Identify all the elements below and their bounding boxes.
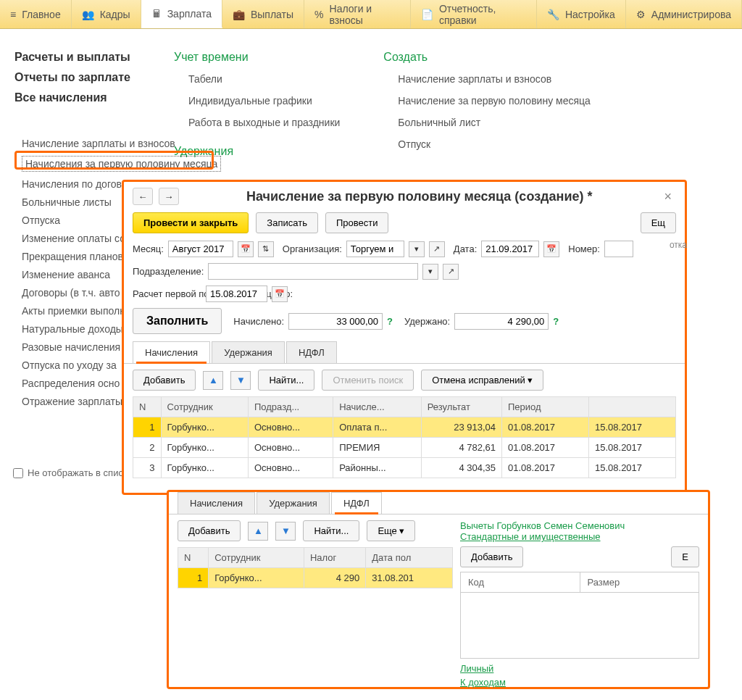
section-calc[interactable]: Расчеты и выплаты [14,51,130,64]
add-row-button[interactable]: Добавить [133,370,196,391]
menu-link[interactable]: Индивидуальные графики [188,93,340,109]
topbar-Отчетность, справки[interactable]: 📄Отчетность, справки [411,0,537,28]
number-input[interactable] [604,241,633,257]
cancel-fixes-button[interactable]: Отмена исправлений ▾ [421,370,543,391]
income-link[interactable]: К доходам [460,677,699,688]
wrench-icon: 🔧 [547,9,559,20]
move-up-button-2[interactable]: ▲ [248,522,268,541]
fill-button[interactable]: Заполнить [133,308,222,334]
topbar-Администрирова[interactable]: ⚙Администрирова [626,0,742,28]
nav-forward-button[interactable]: → [159,188,179,205]
tab-Удержания[interactable]: Удержания [212,341,285,363]
org-open-icon[interactable]: ↗ [429,241,445,257]
calc-until-input[interactable] [206,286,267,302]
col-header[interactable]: Результат [421,397,501,417]
add-row-button-2[interactable]: Добавить [178,520,241,541]
table-row[interactable]: 1Горбунко...Основно...Оплата п...23 913,… [133,417,676,438]
tab-Удержания[interactable]: Удержания [257,492,330,514]
col-header[interactable]: Подразд... [248,397,333,417]
topbar-Выплаты[interactable]: 💼Выплаты [222,0,304,28]
col-header[interactable]: Налог [304,548,365,568]
section-reports[interactable]: Отчеты по зарплате [14,71,130,84]
month-spinner[interactable]: ⇅ [258,241,274,257]
document-window: ← → Начисление за первую половину месяца… [122,180,687,495]
table-row[interactable]: 1Горбунко...4 29031.08.201 [178,568,453,588]
tab-НДФЛ[interactable]: НДФЛ [331,492,382,514]
gear-icon: ⚙ [636,9,646,20]
org-dropdown-icon[interactable]: ▾ [409,241,425,257]
topbar-Кадры[interactable]: 👥Кадры [72,0,141,28]
journal-item[interactable]: Начисления за первую половину месяца [22,156,221,172]
table-row[interactable]: 3Горбунко...Основно...Районны...4 304,35… [133,458,676,478]
save-button[interactable]: Записать [256,212,318,233]
cancel-search-button[interactable]: Отменить поиск [322,370,414,391]
standard-link[interactable]: Стандартные и имущественные [460,531,699,542]
accruals-table[interactable]: NСотрудникПодразд...Начисле...РезультатП… [133,396,676,478]
section-time: Учет времени [174,51,340,64]
menu-link[interactable]: Начисление за первую половину месяца [398,93,591,109]
date-input[interactable] [481,241,539,257]
find-button-2[interactable]: Найти... [303,520,359,541]
col-header[interactable]: Начисле... [333,397,422,417]
more-deduction-button[interactable]: Е [671,546,699,567]
tabs-row-2: НачисленияУдержанияНДФЛ [169,492,708,514]
dept-dropdown-icon[interactable]: ▾ [422,264,438,280]
tab-Начисления[interactable]: Начисления [178,492,255,514]
topbar-Главное[interactable]: ≡Главное [0,0,72,28]
menu-link[interactable]: Начисление зарплаты и взносов [398,71,591,87]
withheld-value [454,313,549,330]
menu-link[interactable]: Работа в выходные и праздники [188,114,340,130]
window-title: Начисление за первую половину месяца (со… [185,189,654,204]
menu-icon: ≡ [10,9,16,20]
col-header[interactable]: Сотрудник [161,397,248,417]
col-header[interactable]: N [178,548,209,568]
calc-icon: 🖩 [151,8,162,20]
deductions-table: Код Размер [460,572,699,659]
section-all-accruals[interactable]: Все начисления [14,91,130,104]
org-input[interactable] [346,241,404,257]
col-header[interactable]: Сотрудник [209,548,304,568]
hide-in-list-checkbox[interactable] [13,468,23,478]
calc-until-label: Расчет первой половины месяца до: [133,288,201,300]
menu-link[interactable]: Больничный лист [398,114,591,130]
col-header[interactable]: N [133,397,162,417]
close-icon[interactable]: × [659,189,676,204]
withheld-label: Удержано: [404,316,450,327]
post-button[interactable]: Провести [325,212,389,233]
accrued-help-icon[interactable]: ? [387,316,393,327]
col-header[interactable] [588,397,675,417]
topbar-Зарплата[interactable]: 🖩Зарплата [141,0,222,28]
more-button[interactable]: Ещ [641,212,676,233]
menu-link[interactable]: Отпуск [398,136,591,152]
ndfl-table[interactable]: NСотрудникНалогДата пол 1Горбунко...4 29… [178,547,453,588]
topbar-Налоги и взносы[interactable]: %Налоги и взносы [304,0,411,28]
find-button[interactable]: Найти... [258,370,314,391]
tab-Начисления[interactable]: Начисления [133,341,210,363]
move-up-button[interactable]: ▲ [203,371,223,390]
add-deduction-button[interactable]: Добавить [460,546,523,567]
calc-calendar-icon[interactable]: 📅 [272,286,288,302]
withheld-help-icon[interactable]: ? [553,316,559,327]
menu-link[interactable]: Табели [188,71,340,87]
date-calendar-icon[interactable]: 📅 [543,241,559,257]
journal-item[interactable]: Начисление зарплаты и взносов [22,138,221,149]
col-header[interactable]: Дата пол [366,548,453,568]
table-row[interactable]: 2Горбунко...Основно...ПРЕМИЯ4 782,6101.0… [133,438,676,458]
month-input[interactable] [168,241,233,257]
doc-icon: 📄 [421,9,433,20]
deductions-title: Вычеты Горбунков Семен Семенович [460,520,699,531]
move-down-button[interactable]: ▼ [230,371,251,390]
date-label: Дата: [454,243,477,254]
dept-open-icon[interactable]: ↗ [443,264,459,280]
nav-back-button[interactable]: ← [133,188,153,205]
tab-НДФЛ[interactable]: НДФЛ [286,341,337,363]
post-and-close-button[interactable]: Провести и закрыть [133,212,249,233]
calendar-icon[interactable]: 📅 [238,241,254,257]
col-header[interactable]: Период [502,397,589,417]
more-button-2[interactable]: Еще ▾ [367,520,415,541]
personal-link[interactable]: Личный [460,663,699,674]
col-code: Код [461,572,580,592]
dept-input[interactable] [208,263,418,280]
topbar-Настройка[interactable]: 🔧Настройка [537,0,626,28]
move-down-button-2[interactable]: ▼ [275,522,296,541]
